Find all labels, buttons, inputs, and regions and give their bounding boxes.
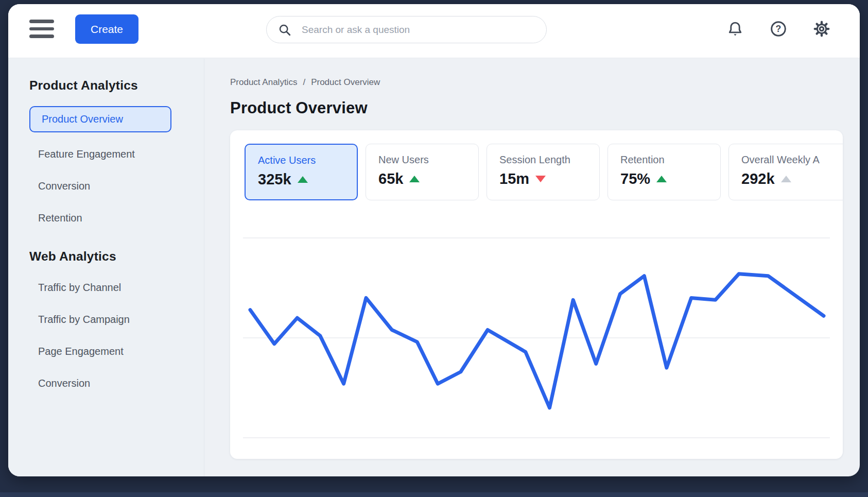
metric-card-overall-weekly-a[interactable]: Overall Weekly A292k: [728, 144, 843, 200]
page-title: Product Overview: [230, 99, 860, 117]
metric-card-active-users[interactable]: Active Users325k: [245, 144, 358, 200]
overview-panel: Active Users325kNew Users65kSession Leng…: [230, 130, 843, 459]
metric-card-retention[interactable]: Retention75%: [607, 144, 721, 200]
sidebar-item-page-engagement[interactable]: Page Engagement: [29, 341, 189, 362]
sidebar-item-retention[interactable]: Retention: [29, 208, 189, 229]
metric-label: Retention: [620, 154, 720, 166]
trend-up-icon: [409, 176, 420, 182]
create-button[interactable]: Create: [75, 14, 138, 44]
sidebar-item-conversion[interactable]: Conversion: [29, 176, 189, 197]
sidebar-item-traffic-by-channel[interactable]: Traffic by Channel: [29, 277, 189, 298]
metric-card-new-users[interactable]: New Users65k: [366, 144, 479, 200]
breadcrumb-product-analytics[interactable]: Product Analytics: [230, 77, 297, 88]
metric-label: Overall Weekly A: [741, 154, 843, 166]
svg-text:?: ?: [776, 24, 782, 34]
sidebar-section-title-product-analytics: Product Analytics: [29, 78, 189, 93]
top-bar: Create ?: [8, 4, 860, 58]
help-icon[interactable]: ?: [770, 20, 787, 38]
metric-value: 75%: [620, 170, 650, 187]
trend-up-icon: [298, 176, 308, 183]
metric-card-session-length[interactable]: Session Length15m: [487, 144, 600, 200]
sidebar-item-traffic-by-campaign[interactable]: Traffic by Campaign: [29, 309, 189, 330]
search-bar[interactable]: [266, 16, 547, 43]
search-icon: [278, 23, 291, 37]
hamburger-menu-button[interactable]: [29, 16, 54, 41]
sidebar-item-feature-engagement[interactable]: Feature Engagement: [29, 144, 189, 165]
settings-gear-icon[interactable]: [813, 20, 830, 38]
sidebar: Product AnalyticsProduct OverviewFeature…: [8, 59, 204, 476]
sidebar-item-product-overview[interactable]: Product Overview: [29, 106, 171, 132]
chart-line-active-users: [250, 274, 824, 408]
trend-down-icon: [535, 176, 546, 182]
active-users-line-chart: [230, 200, 843, 459]
sidebar-section-title-web-analytics: Web Analytics: [29, 249, 189, 264]
breadcrumb-separator: /: [303, 77, 305, 88]
search-input[interactable]: [301, 24, 535, 36]
metric-label: Active Users: [258, 155, 357, 166]
trend-up-icon: [781, 176, 791, 182]
metric-value: 15m: [499, 170, 529, 187]
bottom-edge-highlight: [0, 492, 868, 497]
metric-value: 325k: [258, 171, 291, 188]
metric-value: 65k: [378, 170, 403, 187]
metric-cards-row: Active Users325kNew Users65kSession Leng…: [245, 144, 843, 200]
metric-label: New Users: [378, 154, 478, 166]
breadcrumb-product-overview[interactable]: Product Overview: [311, 77, 380, 88]
notifications-bell-icon[interactable]: [726, 20, 744, 38]
metric-value: 292k: [741, 170, 775, 187]
trend-up-icon: [656, 176, 667, 182]
main-content: Product Analytics / Product Overview Pro…: [205, 59, 860, 476]
sidebar-item-conversion[interactable]: Conversion: [29, 373, 189, 394]
breadcrumb: Product Analytics / Product Overview: [230, 77, 860, 88]
app-window: Create ?: [8, 4, 860, 476]
desktop-background: Create ?: [0, 0, 868, 497]
metric-label: Session Length: [499, 154, 599, 166]
